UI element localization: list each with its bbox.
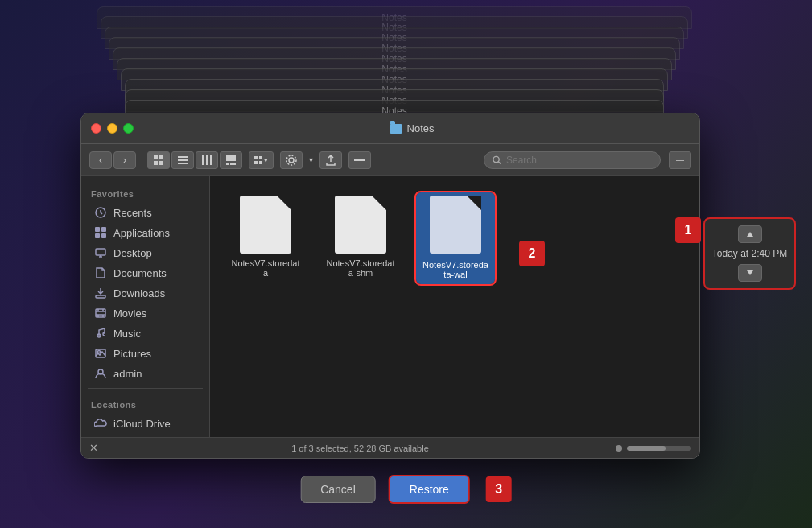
movies-icon <box>94 307 107 320</box>
sidebar-item-desktop[interactable]: Desktop <box>84 243 206 262</box>
search-icon <box>493 155 501 165</box>
recents-label: Recents <box>113 207 152 219</box>
desktop-label: Desktop <box>113 247 152 259</box>
content-area: Favorites Recents <box>81 176 699 437</box>
file-icon-storedata-shm <box>335 196 386 254</box>
file-icon-storedata-wal <box>430 196 481 254</box>
search-input[interactable] <box>506 155 652 166</box>
folder-icon <box>390 124 402 134</box>
pictures-icon <box>94 347 107 360</box>
svg-point-18 <box>289 158 294 163</box>
icon-view-button[interactable] <box>147 151 170 169</box>
icloud-icon <box>94 417 107 430</box>
action-dropdown-arrow: ▾ <box>309 155 313 164</box>
maximize-button[interactable] <box>123 123 134 134</box>
svg-rect-2 <box>154 161 158 165</box>
column-view-button[interactable] <box>196 151 218 169</box>
movies-label: Movies <box>113 307 146 320</box>
badge-1: 1 <box>675 217 701 243</box>
progress-bar-fill <box>627 446 666 451</box>
svg-rect-26 <box>101 233 106 238</box>
toolbar-extra-button[interactable]: — <box>669 151 691 169</box>
sidebar-item-icloud[interactable]: iCloud Drive <box>84 414 206 433</box>
forward-button[interactable]: › <box>113 151 136 169</box>
badge-3: 3 <box>486 476 512 502</box>
cancel-button[interactable]: Cancel <box>300 476 376 503</box>
title-bar: Notes <box>81 113 699 144</box>
sidebar-item-documents[interactable]: Documents <box>84 263 206 283</box>
close-button[interactable] <box>91 123 101 134</box>
action-button[interactable] <box>280 151 303 169</box>
bottom-buttons: Cancel Restore 3 <box>300 475 512 504</box>
file-item-storedata-shm[interactable]: NotesV7.storedata-shm <box>321 192 400 281</box>
documents-icon <box>94 266 107 279</box>
toolbar: ‹ › <box>81 144 699 176</box>
date-text: Today at 2:40 PM <box>712 248 787 259</box>
downloads-label: Downloads <box>113 287 165 299</box>
view-dropdown: ▾ <box>249 151 274 169</box>
svg-rect-6 <box>178 163 188 164</box>
badge-2: 2 <box>519 241 545 266</box>
file-label-storedata: NotesV7.storedata <box>229 258 302 278</box>
svg-rect-12 <box>230 163 233 165</box>
admin-icon <box>94 367 107 380</box>
restore-button[interactable]: Restore <box>389 475 470 504</box>
svg-rect-16 <box>254 161 258 164</box>
documents-label: Documents <box>113 267 167 279</box>
downloads-icon <box>94 287 107 299</box>
icloud-label: iCloud Drive <box>113 418 171 430</box>
progress-indicator <box>616 445 691 452</box>
svg-rect-7 <box>202 155 204 165</box>
status-close[interactable]: ✕ <box>89 442 98 454</box>
music-label: Music <box>113 328 141 340</box>
svg-rect-13 <box>233 163 236 165</box>
back-button[interactable]: ‹ <box>89 151 112 169</box>
nav-buttons: ‹ › <box>89 151 136 169</box>
file-label-storedata-wal: NotesV7.storedata-wal <box>419 258 492 281</box>
favorites-section-title: Favorites <box>81 183 209 202</box>
status-text: 1 of 3 selected, 52.28 GB available <box>105 443 616 453</box>
svg-rect-8 <box>206 155 208 165</box>
progress-dot <box>616 445 622 452</box>
svg-rect-0 <box>154 155 158 159</box>
svg-rect-10 <box>226 155 236 161</box>
svg-rect-24 <box>101 227 106 232</box>
minimize-button[interactable] <box>107 123 117 134</box>
date-down-button[interactable] <box>738 264 762 282</box>
svg-rect-14 <box>254 156 258 159</box>
view-dropdown-button[interactable]: ▾ <box>249 151 274 169</box>
recents-icon <box>94 206 107 219</box>
gallery-view-button[interactable] <box>220 151 242 169</box>
date-panel: Today at 2:40 PM <box>703 217 796 290</box>
applications-icon <box>94 226 107 239</box>
finder-window: Notes ‹ › <box>80 113 700 459</box>
search-box <box>484 151 661 169</box>
svg-rect-27 <box>96 249 105 255</box>
date-up-button[interactable] <box>738 225 762 243</box>
file-icon-storedata <box>240 196 291 254</box>
sidebar-item-movies[interactable]: Movies <box>84 303 206 323</box>
sidebar-item-recents[interactable]: Recents <box>84 203 206 222</box>
sidebar: Favorites Recents <box>81 176 210 437</box>
sidebar-item-applications[interactable]: Applications <box>84 223 206 242</box>
sidebar-item-admin[interactable]: admin <box>84 364 206 383</box>
svg-point-21 <box>493 156 499 162</box>
window-title: Notes <box>134 122 690 134</box>
file-item-storedata-wal[interactable]: NotesV7.storedata-wal <box>416 192 495 284</box>
file-label-storedata-shm: NotesV7.storedata-shm <box>324 258 397 278</box>
svg-rect-25 <box>95 233 100 238</box>
file-item-storedata[interactable]: NotesV7.storedata <box>226 192 305 281</box>
list-view-button[interactable] <box>171 151 194 169</box>
locations-section-title: Locations <box>81 394 209 413</box>
info-button[interactable] <box>348 151 371 169</box>
sidebar-item-downloads[interactable]: Downloads <box>84 283 206 303</box>
share-button[interactable] <box>319 151 342 169</box>
svg-rect-17 <box>259 161 262 164</box>
svg-point-19 <box>286 155 296 165</box>
svg-rect-28 <box>96 295 105 298</box>
svg-rect-5 <box>178 159 188 161</box>
sidebar-item-music[interactable]: Music <box>84 324 206 343</box>
sidebar-item-pictures[interactable]: Pictures <box>84 344 206 363</box>
view-buttons <box>147 151 242 169</box>
file-browser: NotesV7.storedata NotesV7.storedata-shm … <box>210 176 699 437</box>
